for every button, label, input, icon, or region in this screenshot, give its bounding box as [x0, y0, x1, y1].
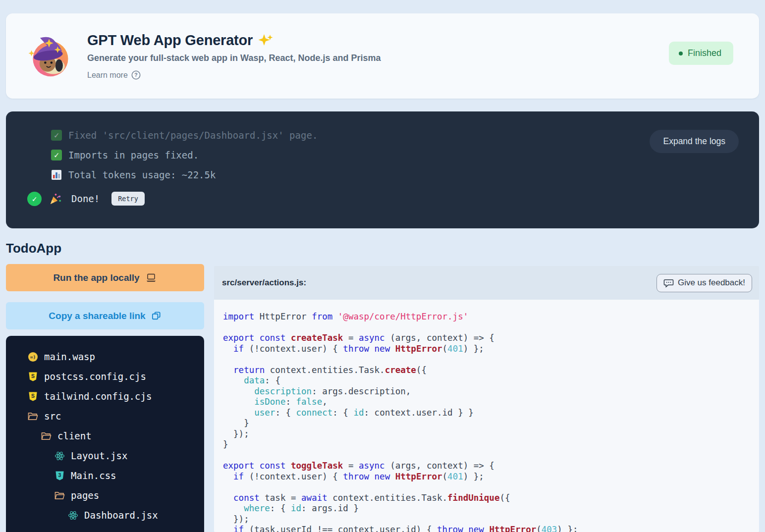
- laptop-icon: [145, 272, 157, 284]
- give-feedback-label: Give us feedback!: [678, 278, 745, 288]
- svg-text:?: ?: [134, 72, 137, 78]
- log-line: ✓Imports in pages fixed.: [51, 145, 318, 165]
- tree-item-pages[interactable]: pages: [6, 485, 204, 505]
- tree-item-layout-jsx[interactable]: Layout.jsx: [6, 446, 204, 466]
- run-app-locally-button[interactable]: Run the app locally: [6, 264, 204, 291]
- file-tree-panel: =)main.waspSpostcss.config.cjsStailwind.…: [6, 336, 204, 532]
- learn-more-label: Learn more: [87, 71, 128, 80]
- checkbox-icon: ✓: [51, 150, 62, 160]
- bar-chart-icon: [51, 169, 62, 180]
- code-panel: src/server/actions.js: Give us feedback!…: [214, 266, 759, 532]
- log-line-text: Fixed 'src/client/pages/Dashboard.jsx' p…: [68, 130, 318, 141]
- speech-bubble-icon: [663, 278, 674, 288]
- tree-item-label: tailwind.config.cjs: [44, 391, 152, 402]
- react-icon: [68, 510, 78, 521]
- copy-shareable-link-button[interactable]: Copy a shareable link: [6, 302, 204, 329]
- tree-item-label: Layout.jsx: [71, 450, 127, 461]
- page-subtitle: Generate your full-stack web app in Wasp…: [87, 53, 381, 63]
- tree-item-postcss-config-cjs[interactable]: Spostcss.config.cjs: [6, 367, 204, 386]
- code-file-label: src/server/actions.js:: [222, 278, 306, 288]
- party-popper-icon: [49, 192, 62, 206]
- shield-teal-icon: 3: [55, 471, 65, 481]
- svg-text:=): =): [30, 354, 36, 360]
- tree-item-label: Dashboard.jsx: [84, 510, 158, 521]
- log-lines: ✓Fixed 'src/client/pages/Dashboard.jsx' …: [51, 125, 318, 185]
- tree-item-src[interactable]: src: [6, 406, 204, 426]
- status-badge-label: Finished: [688, 48, 721, 58]
- folder-icon: [28, 411, 38, 422]
- mage-mascot-logo: [26, 32, 73, 80]
- folder-icon: [41, 431, 52, 441]
- status-badge: Finished: [669, 42, 733, 65]
- tree-item-dashboard-jsx[interactable]: Dashboard.jsx: [6, 505, 204, 525]
- done-row: ✓ Done! Retry: [27, 189, 145, 209]
- generation-log-panel: ✓Fixed 'src/client/pages/Dashboard.jsx' …: [6, 111, 759, 228]
- svg-text:3: 3: [58, 472, 61, 478]
- run-app-locally-label: Run the app locally: [53, 272, 139, 283]
- page-title: GPT Web App Generator: [87, 32, 253, 49]
- code-body: import HttpError from '@wasp/core/HttpEr…: [214, 300, 759, 532]
- shield-yellow-icon: S: [28, 372, 38, 382]
- checkbox-icon: ✓: [51, 130, 62, 141]
- svg-text:S: S: [31, 373, 35, 378]
- log-line: ✓Fixed 'src/client/pages/Dashboard.jsx' …: [51, 125, 318, 145]
- wasp-icon: =): [28, 352, 38, 362]
- react-icon: [55, 451, 65, 461]
- tree-item-label: postcss.config.cjs: [44, 371, 146, 382]
- tree-item-client[interactable]: client: [6, 426, 204, 446]
- app-name-heading: TodoApp: [6, 241, 61, 256]
- tree-item-tailwind-config-cjs[interactable]: Stailwind.config.cjs: [6, 386, 204, 406]
- folder-icon: [55, 490, 65, 501]
- sparkles-icon: [258, 33, 273, 49]
- tree-item-label: Main.css: [71, 470, 116, 481]
- copy-shareable-link-label: Copy a shareable link: [49, 311, 145, 321]
- tree-item-label: main.wasp: [44, 351, 95, 362]
- check-circle-icon: ✓: [27, 192, 42, 206]
- give-feedback-button[interactable]: Give us feedback!: [656, 274, 752, 292]
- copy-icon: [151, 311, 162, 321]
- tree-item-label: src: [44, 411, 61, 422]
- log-line: Total tokens usage: ~22.5k: [51, 165, 318, 185]
- tree-item-label: client: [57, 430, 92, 441]
- tree-item-label: pages: [71, 490, 99, 501]
- expand-logs-button[interactable]: Expand the logs: [650, 130, 739, 153]
- tree-item-main-css[interactable]: 3Main.css: [6, 466, 204, 485]
- status-dot-icon: [679, 52, 683, 55]
- shield-yellow-icon: S: [28, 391, 38, 402]
- retry-button[interactable]: Retry: [111, 192, 145, 206]
- question-circle-icon: ?: [131, 70, 141, 80]
- done-text: Done!: [71, 193, 100, 204]
- header-card: GPT Web App Generator Generate your full…: [6, 13, 759, 99]
- log-line-text: Total tokens usage: ~22.5k: [68, 169, 216, 180]
- log-line-text: Imports in pages fixed.: [68, 150, 199, 160]
- svg-text:S: S: [31, 393, 35, 398]
- code-panel-header: src/server/actions.js: Give us feedback!: [214, 266, 759, 300]
- file-tree: =)main.waspSpostcss.config.cjsStailwind.…: [6, 347, 204, 525]
- code-content: import HttpError from '@wasp/core/HttpEr…: [223, 312, 750, 532]
- learn-more-link[interactable]: Learn more ?: [87, 70, 141, 80]
- tree-item-main-wasp[interactable]: =)main.wasp: [6, 347, 204, 367]
